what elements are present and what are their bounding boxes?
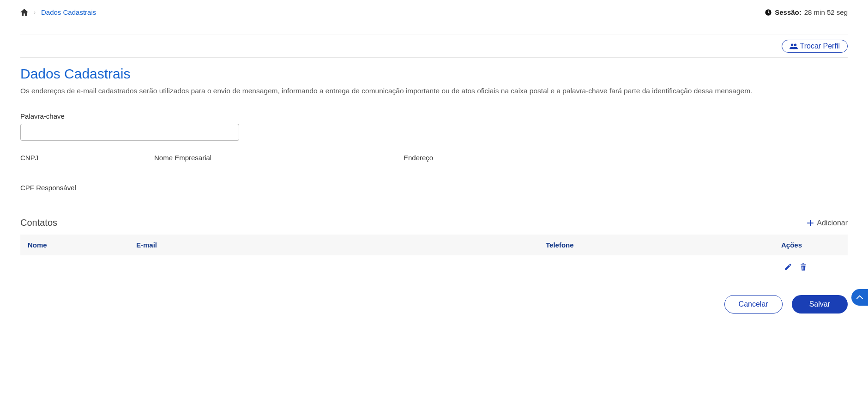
col-nome: Nome <box>20 235 129 255</box>
breadcrumb-separator: › <box>34 9 36 16</box>
edit-icon <box>784 263 792 271</box>
svg-point-2 <box>794 43 797 46</box>
contacts-table: Nome E-mail Telefone Ações <box>20 235 848 281</box>
session-time: 28 min 52 seg <box>804 8 848 16</box>
breadcrumb: › Dados Cadastrais <box>20 8 96 16</box>
switch-profile-button[interactable]: Trocar Perfil <box>782 40 848 53</box>
scroll-top-button[interactable] <box>851 289 868 306</box>
plus-icon <box>807 219 814 227</box>
clock-icon <box>765 9 772 16</box>
cell-email <box>129 255 538 281</box>
cpf-responsavel-label: CPF Responsável <box>20 184 76 192</box>
svg-rect-5 <box>802 266 803 269</box>
delete-button[interactable] <box>797 262 810 274</box>
session-label: Sessão: <box>775 8 802 16</box>
keyword-input[interactable] <box>20 124 239 141</box>
cancel-button[interactable]: Cancelar <box>724 295 783 314</box>
trash-icon <box>800 263 807 271</box>
chevron-up-icon <box>856 295 863 300</box>
add-contact-label: Adicionar <box>817 219 848 227</box>
keyword-label: Palavra-chave <box>20 112 848 120</box>
page-title: Dados Cadastrais <box>20 66 848 82</box>
svg-point-1 <box>791 43 794 46</box>
nome-empresarial-label: Nome Empresarial <box>154 154 211 162</box>
breadcrumb-current[interactable]: Dados Cadastrais <box>41 8 96 16</box>
cell-nome <box>20 255 129 281</box>
cell-telefone <box>538 255 774 281</box>
users-icon <box>790 43 798 49</box>
page-description: Os endereços de e-mail cadastrados serão… <box>20 85 848 96</box>
contacts-title: Contatos <box>20 217 57 228</box>
save-button[interactable]: Salvar <box>792 295 848 314</box>
switch-profile-label: Trocar Perfil <box>800 42 840 50</box>
col-telefone: Telefone <box>538 235 774 255</box>
divider <box>20 57 848 58</box>
cnpj-label: CNPJ <box>20 154 38 162</box>
col-acoes: Ações <box>774 235 848 255</box>
svg-rect-6 <box>804 266 804 269</box>
endereco-label: Endereço <box>404 154 433 162</box>
col-email: E-mail <box>129 235 538 255</box>
home-icon[interactable] <box>20 9 28 16</box>
edit-button[interactable] <box>781 262 795 274</box>
table-row <box>20 255 848 281</box>
session-indicator: Sessão: 28 min 52 seg <box>765 8 848 16</box>
add-contact-button[interactable]: Adicionar <box>807 219 848 227</box>
